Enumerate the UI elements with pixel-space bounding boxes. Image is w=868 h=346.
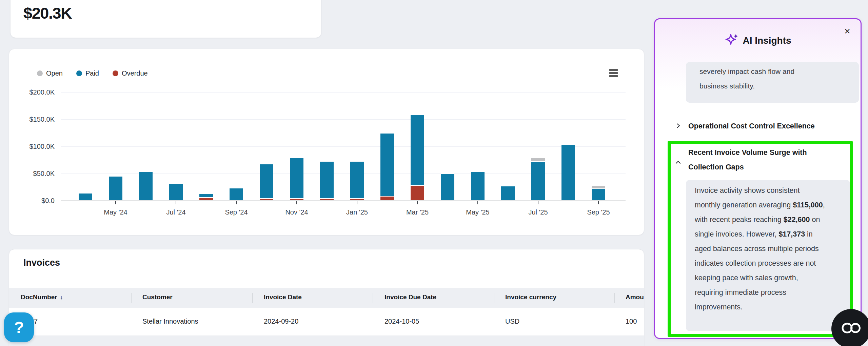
bar-aug25[interactable] <box>561 145 575 200</box>
bar-segment-overdue <box>260 199 273 200</box>
bar-feb25[interactable] <box>380 134 394 200</box>
legend-label: Paid <box>85 69 99 77</box>
bar-segment-paid <box>79 194 92 200</box>
metric-card: $20.3K <box>10 0 321 38</box>
ai-section-operational-cost[interactable]: Operational Cost Control Excellence <box>675 119 815 134</box>
x-axis-label: May '24 <box>104 208 127 216</box>
column-header-invoice-date[interactable]: Invoice Date <box>264 293 302 301</box>
invoices-card: Invoices DocNumber↓CustomerInvoice DateI… <box>9 249 644 346</box>
ai-insights-header: AI Insights <box>655 33 861 48</box>
column-separator <box>131 293 132 303</box>
bar-may25[interactable] <box>471 172 485 200</box>
x-axis-tick <box>538 201 538 204</box>
bar-dec24[interactable] <box>320 162 334 200</box>
bar-segment-paid <box>169 184 183 200</box>
x-axis-tick <box>115 201 116 204</box>
bar-nov24[interactable] <box>290 158 303 200</box>
bar-aug24[interactable] <box>199 194 213 200</box>
x-axis-tick <box>296 201 297 204</box>
invoices-table-header: DocNumber↓CustomerInvoice DateInvoice Du… <box>9 288 644 308</box>
ai-scrolled-insight-text: severely impact cash flow and business s… <box>699 64 822 93</box>
table-cell: 2024-09-20 <box>264 318 298 325</box>
x-axis-tick <box>477 201 478 204</box>
bar-may24[interactable] <box>109 177 122 200</box>
column-header-invoice-due-date[interactable]: Invoice Due Date <box>384 293 436 301</box>
gridline <box>61 119 626 120</box>
bar-jul25[interactable] <box>531 158 545 200</box>
table-cell: USD <box>505 318 519 325</box>
legend-dot <box>113 70 118 76</box>
insight-text: in aged balances across multiple periods… <box>695 230 819 311</box>
bar-jun24[interactable] <box>139 172 153 200</box>
bar-sep25[interactable] <box>592 186 605 200</box>
column-separator <box>252 293 253 303</box>
gridline <box>61 146 626 147</box>
column-header-amount[interactable]: Amount <box>626 293 644 301</box>
help-button[interactable]: ? <box>4 312 34 342</box>
bar-segment-paid <box>290 158 303 199</box>
legend-item-paid[interactable]: Paid <box>76 69 99 77</box>
assistant-logo-button[interactable] <box>831 309 868 346</box>
y-axis-label: $200.0K <box>11 88 55 96</box>
column-header-docnumber[interactable]: DocNumber↓ <box>21 293 63 301</box>
bar-segment-paid <box>199 194 213 198</box>
x-axis-label: Sep '24 <box>225 208 248 216</box>
bar-segment-overdue <box>411 186 424 200</box>
x-axis-label: Jul '24 <box>166 208 185 216</box>
bar-segment-paid <box>471 172 485 200</box>
legend-item-overdue[interactable]: Overdue <box>113 69 148 77</box>
bar-segment-overdue <box>290 199 303 200</box>
bar-segment-overdue <box>320 199 334 200</box>
bar-oct24[interactable] <box>260 164 273 200</box>
ai-insight-body-box: Invoice activity shows consistent monthl… <box>686 180 850 331</box>
column-separator <box>373 293 373 303</box>
insight-amount: $17,373 <box>778 230 805 238</box>
column-header-customer[interactable]: Customer <box>142 293 173 301</box>
ai-section-invoice-volume-surge[interactable]: Recent Invoice Volume Surge with Collect… <box>675 145 841 175</box>
bar-segment-paid <box>380 134 394 197</box>
y-axis-label: $0.0 <box>11 197 55 205</box>
ai-section-title: Operational Cost Control Excellence <box>688 119 815 134</box>
legend-dot <box>76 70 82 76</box>
x-axis-label: Jul '25 <box>528 208 548 216</box>
legend-item-open[interactable]: Open <box>37 69 63 77</box>
chart-legend: OpenPaidOverdue <box>37 69 148 77</box>
bar-jul24[interactable] <box>169 184 183 200</box>
bar-segment-overdue <box>199 198 213 200</box>
chart-menu-icon[interactable] <box>607 67 619 78</box>
sparkle-icon <box>724 33 738 48</box>
legend-label: Open <box>46 69 63 77</box>
bar-segment-paid <box>501 186 515 200</box>
bar-sep24[interactable] <box>230 188 243 200</box>
sort-descending-icon: ↓ <box>60 294 63 301</box>
bar-segment-overdue <box>380 197 394 200</box>
chevron-right-icon <box>675 123 681 130</box>
bar-segment-open <box>531 158 545 162</box>
gridline <box>61 92 626 93</box>
legend-dot <box>37 70 43 76</box>
column-header-invoice-currency[interactable]: Invoice currency <box>505 293 556 301</box>
x-axis-tick <box>417 201 418 204</box>
question-mark-icon: ? <box>14 318 24 337</box>
bar-jan25[interactable] <box>350 162 364 200</box>
bar-segment-overdue <box>350 199 364 200</box>
ai-section-title: Recent Invoice Volume Surge with Collect… <box>688 145 841 175</box>
ai-scrolled-insight-box: severely impact cash flow and business s… <box>686 62 859 103</box>
bar-segment-paid <box>260 164 273 199</box>
legend-label: Overdue <box>122 69 148 77</box>
bar-segment-open <box>592 186 605 189</box>
bar-segment-paid <box>230 188 243 200</box>
x-axis-tick <box>598 201 599 204</box>
x-axis-tick <box>236 201 237 204</box>
bar-jun25[interactable] <box>501 186 515 200</box>
bar-mar25[interactable] <box>411 115 424 200</box>
x-axis-label: Sep '25 <box>587 208 610 216</box>
x-axis-line <box>61 201 626 201</box>
insight-text: Invoice activity shows consistent monthl… <box>695 186 800 209</box>
bar-apr25[interactable] <box>441 173 454 200</box>
ai-insight-body-text: Invoice activity shows consistent monthl… <box>695 183 827 314</box>
bar-apr24[interactable] <box>79 194 92 200</box>
table-row[interactable]: 27Stellar Innovations2024-09-202024-10-0… <box>9 308 644 336</box>
y-axis-label: $50.0K <box>11 170 55 178</box>
bar-segment-paid <box>350 162 364 199</box>
